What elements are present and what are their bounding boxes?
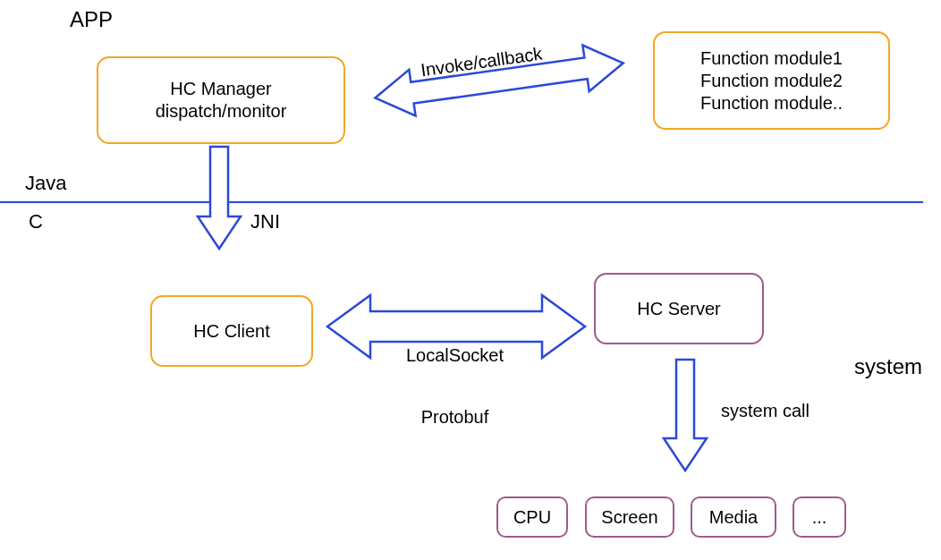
label-c: C (29, 210, 43, 233)
label-app: APP (70, 7, 113, 32)
svg-marker-3 (664, 360, 707, 471)
box-cpu: CPU (496, 496, 568, 538)
media-label: Media (709, 507, 758, 528)
box-more: ... (793, 496, 846, 538)
box-hc-server: HC Server (594, 273, 764, 344)
func-mod-line3: Function module.. (700, 92, 843, 115)
hc-manager-line1: HC Manager (170, 78, 271, 100)
java-c-divider (0, 201, 923, 203)
localsocket-line2: Protobuf (406, 407, 504, 428)
box-function-modules: Function module1 Function module2 Functi… (653, 31, 890, 130)
label-system: system (854, 354, 922, 379)
label-jni: JNI (250, 210, 280, 233)
arrow-jni-down (192, 145, 246, 252)
hc-client-label: HC Client (193, 320, 270, 343)
box-hc-client: HC Client (150, 295, 313, 367)
localsocket-line1: LocalSocket (406, 345, 504, 366)
cpu-label: CPU (513, 507, 551, 528)
hc-manager-line2: dispatch/monitor (156, 100, 287, 123)
func-mod-line1: Function module1 (700, 47, 843, 70)
label-system-call: system call (721, 401, 810, 421)
label-java: Java (25, 172, 66, 195)
box-media: Media (691, 496, 776, 538)
box-hc-manager: HC Manager dispatch/monitor (97, 56, 345, 144)
svg-marker-1 (198, 147, 241, 249)
more-label: ... (812, 507, 827, 528)
screen-label: Screen (601, 507, 657, 528)
box-screen: Screen (585, 496, 674, 538)
arrow-system-call (660, 358, 710, 474)
func-mod-line2: Function module2 (700, 70, 843, 92)
hc-server-label: HC Server (637, 298, 720, 320)
label-localsocket: LocalSocket Protobuf (406, 304, 504, 448)
